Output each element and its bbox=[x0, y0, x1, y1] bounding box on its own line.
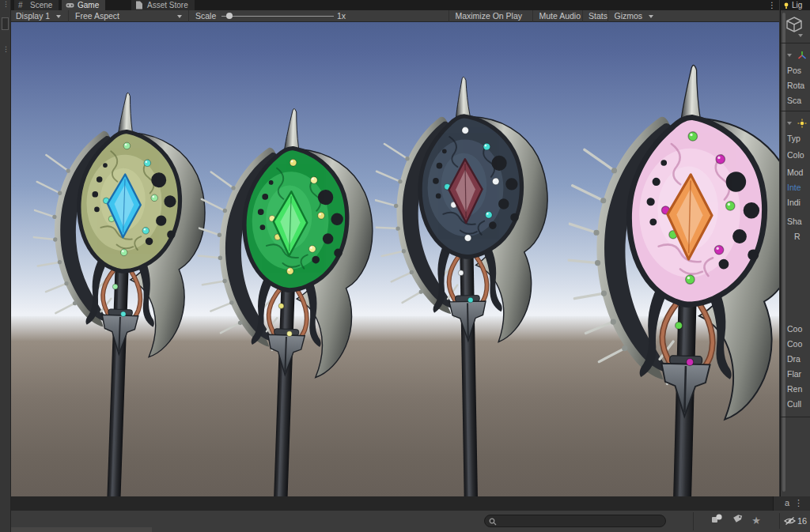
chevron-down-icon bbox=[649, 15, 653, 18]
panel-menu-icon[interactable]: ⋮ bbox=[794, 496, 803, 510]
gizmos-dropdown[interactable]: Gizmos bbox=[608, 10, 659, 22]
display-dropdown-label: Display 1 bbox=[16, 11, 50, 21]
property-label: Sca bbox=[787, 93, 810, 108]
filter-by-label-button[interactable] bbox=[728, 513, 747, 529]
favorites-star-icon[interactable]: ★ bbox=[747, 513, 766, 529]
eye-slash-icon bbox=[784, 516, 796, 526]
filter-by-type-button[interactable] bbox=[707, 513, 726, 529]
grid-icon: # bbox=[18, 1, 27, 9]
document-icon bbox=[135, 1, 144, 9]
inspector-scrollbar[interactable] bbox=[782, 13, 785, 492]
transform-tool-icon bbox=[797, 51, 807, 60]
property-label: Flar bbox=[787, 367, 810, 382]
weapon-axe-2 bbox=[187, 103, 386, 496]
panel-header-controls: a ⋮ bbox=[773, 496, 810, 511]
property-label: Cull bbox=[787, 397, 810, 412]
game-view-toolbar: Display 1 Free Aspect Scale 1x Maximize … bbox=[11, 10, 779, 22]
foldout-icon bbox=[787, 122, 792, 125]
search-input[interactable] bbox=[499, 515, 661, 526]
property-label: Coo bbox=[787, 337, 810, 352]
property-label: Sha bbox=[787, 214, 810, 229]
game-viewport[interactable] bbox=[11, 22, 779, 496]
divider bbox=[693, 512, 694, 530]
transform-component-header[interactable] bbox=[787, 46, 810, 63]
property-label: Coo bbox=[787, 322, 810, 337]
view-tabstrip: # Scene Game Asset Store ⋮ bbox=[11, 0, 779, 10]
light-component-icon bbox=[797, 119, 807, 128]
property-label: Pos bbox=[787, 63, 810, 78]
weapon-axe-4 bbox=[557, 58, 779, 496]
drag-handle-icon[interactable]: ⋮ bbox=[2, 1, 9, 8]
tab-menu-icon[interactable]: ⋮ bbox=[768, 0, 776, 10]
chevron-down-icon bbox=[56, 15, 61, 18]
tab-scene-label: Scene bbox=[30, 1, 52, 9]
property-label-highlighted: Inte bbox=[787, 180, 810, 195]
property-label: Ren bbox=[787, 382, 810, 397]
spacer bbox=[787, 244, 810, 322]
scale-label: Scale bbox=[188, 10, 216, 22]
aspect-dropdown-label: Free Aspect bbox=[75, 11, 119, 21]
property-label: Dra bbox=[787, 352, 810, 367]
tab-game-label: Game bbox=[78, 1, 99, 9]
tab-scene[interactable]: # Scene bbox=[14, 0, 59, 10]
property-label: R bbox=[787, 229, 810, 244]
gameobject-icon[interactable] bbox=[785, 16, 810, 40]
hidden-count: 16 bbox=[797, 513, 807, 529]
gamepad-icon bbox=[66, 1, 74, 9]
light-bulb-icon bbox=[782, 2, 790, 9]
tab-asset-store[interactable]: Asset Store bbox=[131, 0, 195, 10]
maximize-on-play-button[interactable]: Maximize On Play bbox=[449, 10, 528, 22]
divider bbox=[781, 111, 810, 111]
light-component-header[interactable] bbox=[787, 114, 810, 131]
bottom-panel-header: a ⋮ bbox=[11, 496, 810, 511]
inspector-tab-label: Lig bbox=[792, 1, 802, 9]
weapon-axe-3 bbox=[373, 73, 562, 496]
chevron-down-icon bbox=[177, 15, 182, 18]
lock-icon[interactable]: a bbox=[785, 496, 789, 510]
drag-handle-icon[interactable]: ⋮ bbox=[2, 46, 9, 53]
property-label: Mod bbox=[787, 165, 810, 180]
aspect-dropdown[interactable]: Free Aspect bbox=[68, 10, 185, 22]
bottom-toolbar: ★ 16 bbox=[11, 511, 810, 532]
inspector-tab[interactable]: Lig bbox=[781, 0, 810, 10]
scale-slider-handle[interactable] bbox=[226, 13, 233, 19]
property-label: Rota bbox=[787, 78, 810, 93]
tab-game[interactable]: Game bbox=[62, 0, 105, 10]
property-label: Typ bbox=[787, 131, 810, 146]
display-dropdown[interactable]: Display 1 bbox=[16, 10, 61, 22]
collapsed-panel-icon[interactable] bbox=[2, 17, 9, 30]
search-icon bbox=[489, 518, 497, 526]
foldout-icon bbox=[787, 54, 792, 57]
property-label: Indi bbox=[787, 195, 810, 210]
weapon-axe-1 bbox=[22, 87, 218, 496]
tag-icon bbox=[732, 513, 743, 524]
unity-editor-window: ⋮ ⋮ # Scene Game Asset Store ⋮ Display 1 bbox=[0, 0, 810, 532]
divider bbox=[781, 417, 810, 417]
tab-asset-store-label: Asset Store bbox=[147, 1, 188, 9]
inspector-panel: Lig bbox=[780, 0, 810, 496]
shapes-icon bbox=[711, 513, 723, 524]
panel-below-edge bbox=[11, 527, 152, 532]
mute-audio-button[interactable]: Mute Audio bbox=[532, 10, 586, 22]
divider bbox=[781, 43, 810, 43]
hidden-objects-toggle[interactable]: 16 bbox=[779, 513, 810, 529]
property-label: Colo bbox=[787, 148, 810, 163]
search-box bbox=[484, 515, 666, 527]
left-dock-strip: ⋮ ⋮ bbox=[0, 0, 11, 532]
scale-slider-track[interactable] bbox=[221, 16, 334, 17]
scale-value: 1x bbox=[337, 10, 346, 22]
